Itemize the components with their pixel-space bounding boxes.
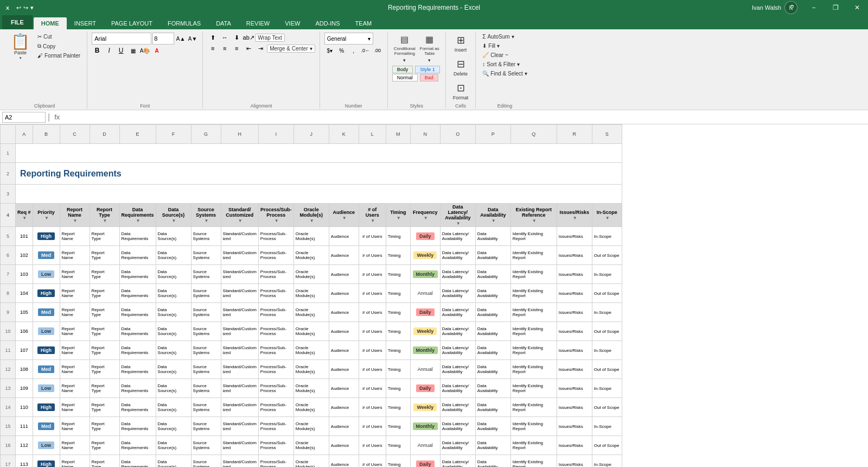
cell-data-req[interactable]: DataRequirements: [119, 436, 156, 455]
style-body[interactable]: Body: [392, 66, 413, 73]
cell-users[interactable]: # of Users: [359, 265, 386, 284]
cell-data-src[interactable]: DataSource(s): [156, 303, 191, 322]
restore-btn[interactable]: ❐: [825, 0, 846, 15]
cell-req[interactable]: 106: [16, 322, 33, 341]
cell-frequency[interactable]: Daily: [410, 303, 440, 322]
tab-formulas[interactable]: FORMULAS: [160, 17, 208, 29]
cell-priority[interactable]: Med: [33, 246, 60, 265]
border-btn[interactable]: ▦: [127, 46, 138, 55]
cell-data-avail[interactable]: DataAvailability: [475, 227, 510, 246]
cell-users[interactable]: # of Users: [359, 455, 386, 468]
cell-in-scope[interactable]: In-Scope: [592, 303, 622, 322]
cell-oracle[interactable]: OracleModule(s): [293, 398, 329, 417]
align-center-btn[interactable]: ≡: [219, 43, 230, 53]
cell-report-type[interactable]: ReportType: [90, 246, 119, 265]
cell-report-name[interactable]: ReportName: [60, 417, 90, 436]
cell-existing-report[interactable]: Identify Existing Report: [510, 322, 557, 341]
cell-users[interactable]: # of Users: [359, 360, 386, 379]
cell-users[interactable]: # of Users: [359, 227, 386, 246]
cell-oracle[interactable]: OracleModule(s): [293, 284, 329, 303]
cell-audience[interactable]: Audience: [329, 360, 359, 379]
fill-btn[interactable]: ⬇ Fill ▾: [480, 42, 502, 50]
cell-in-scope[interactable]: Out of Scope: [592, 284, 622, 303]
cell-process[interactable]: Process/Sub-Process: [258, 227, 293, 246]
cell-data-avail[interactable]: DataAvailability: [475, 284, 510, 303]
increase-indent-btn[interactable]: ⇥: [255, 43, 266, 53]
style-style1[interactable]: Style 1: [415, 66, 440, 73]
cell-timing[interactable]: Timing: [386, 303, 410, 322]
cell-existing-report[interactable]: Identify Existing Report: [510, 303, 557, 322]
cell-src-sys[interactable]: SourceSystems: [191, 398, 221, 417]
cell-process[interactable]: Process/Sub-Process: [258, 284, 293, 303]
cell-audience[interactable]: Audience: [329, 398, 359, 417]
cell-process[interactable]: Process/Sub-Process: [258, 303, 293, 322]
cell-data-latency[interactable]: Data Latency/Availability: [440, 436, 475, 455]
cell-report-name[interactable]: ReportName: [60, 246, 90, 265]
cell-process[interactable]: Process/Sub-Process: [258, 379, 293, 398]
cell-issues[interactable]: Issues/Risks: [557, 360, 592, 379]
autosum-btn[interactable]: Σ AutoSum ▾: [480, 33, 516, 41]
cell-in-scope[interactable]: Out of Scope: [592, 322, 622, 341]
cell-std-cust[interactable]: Standard/Customized: [221, 303, 258, 322]
cell-timing[interactable]: Timing: [386, 436, 410, 455]
number-format-dropdown[interactable]: General ▾: [324, 33, 373, 45]
cell-data-req[interactable]: DataRequirements: [119, 360, 156, 379]
cell-oracle[interactable]: OracleModule(s): [293, 417, 329, 436]
cell-data-req[interactable]: DataRequirements: [119, 284, 156, 303]
cell-priority[interactable]: High: [33, 455, 60, 468]
cell-timing[interactable]: Timing: [386, 379, 410, 398]
table-row[interactable]: 15111MedReportNameReportTypeDataRequirem…: [1, 417, 622, 436]
cell-in-scope[interactable]: Out of Scope: [592, 398, 622, 417]
cell-req[interactable]: 110: [16, 398, 33, 417]
cell-existing-report[interactable]: Identify Existing Report: [510, 436, 557, 455]
cell-std-cust[interactable]: Standard/Customized: [221, 455, 258, 468]
cell-data-latency[interactable]: Data Latency/Availability: [440, 322, 475, 341]
table-row[interactable]: 17113HighReportNameReportTypeDataRequire…: [1, 455, 622, 468]
cell-in-scope[interactable]: Out of Scope: [592, 246, 622, 265]
cell-data-avail[interactable]: DataAvailability: [475, 379, 510, 398]
cell-req[interactable]: 105: [16, 303, 33, 322]
cell-priority[interactable]: High: [33, 341, 60, 360]
fill-color-btn[interactable]: A🎨: [139, 46, 150, 55]
cell-data-req[interactable]: DataRequirements: [119, 455, 156, 468]
ssys-filter-arrow[interactable]: ▼: [205, 218, 209, 223]
cell-data-avail[interactable]: DataAvailability: [475, 246, 510, 265]
cell-users[interactable]: # of Users: [359, 284, 386, 303]
cell-data-latency[interactable]: Data Latency/Availability: [440, 341, 475, 360]
table-row[interactable]: 7103LowReportNameReportTypeDataRequireme…: [1, 265, 622, 284]
align-top-btn[interactable]: ⬆: [207, 33, 218, 42]
cell-frequency[interactable]: Monthly: [410, 417, 440, 436]
cell-report-type[interactable]: ReportType: [90, 360, 119, 379]
cell-process[interactable]: Process/Sub-Process: [258, 246, 293, 265]
cell-src-sys[interactable]: SourceSystems: [191, 284, 221, 303]
cell-oracle[interactable]: OracleModule(s): [293, 265, 329, 284]
align-middle-btn[interactable]: ↔: [219, 33, 230, 42]
cell-process[interactable]: Process/Sub-Process: [258, 455, 293, 468]
cell-report-name[interactable]: ReportName: [60, 284, 90, 303]
cell-data-src[interactable]: DataSource(s): [156, 246, 191, 265]
font-color-btn[interactable]: A: [151, 46, 162, 55]
cell-issues[interactable]: Issues/Risks: [557, 246, 592, 265]
rtype-filter-arrow[interactable]: ▼: [103, 218, 107, 223]
cell-frequency[interactable]: Weekly: [410, 322, 440, 341]
cell-req[interactable]: 111: [16, 417, 33, 436]
tim-filter-arrow[interactable]: ▼: [397, 216, 401, 220]
cell-data-avail[interactable]: DataAvailability: [475, 360, 510, 379]
cell-process[interactable]: Process/Sub-Process: [258, 322, 293, 341]
priority-filter-arrow[interactable]: ▼: [44, 216, 49, 220]
cell-in-scope[interactable]: Out of Scope: [592, 436, 622, 455]
cell-audience[interactable]: Audience: [329, 227, 359, 246]
cell-process[interactable]: Process/Sub-Process: [258, 417, 293, 436]
cell-data-src[interactable]: DataSource(s): [156, 341, 191, 360]
cell-report-name[interactable]: ReportName: [60, 341, 90, 360]
cell-issues[interactable]: Issues/Risks: [557, 284, 592, 303]
cell-issues[interactable]: Issues/Risks: [557, 398, 592, 417]
sc-filter-arrow[interactable]: ▼: [238, 218, 242, 223]
cell-data-latency[interactable]: Data Latency/Availability: [440, 303, 475, 322]
cell-existing-report[interactable]: Identify Existing Report: [510, 398, 557, 417]
freq-filter-arrow[interactable]: ▼: [424, 216, 428, 220]
er-filter-arrow[interactable]: ▼: [532, 218, 537, 223]
comma-btn[interactable]: ,: [348, 46, 359, 55]
table-row[interactable]: 16112LowReportNameReportTypeDataRequirem…: [1, 436, 622, 455]
cell-report-name[interactable]: ReportName: [60, 360, 90, 379]
